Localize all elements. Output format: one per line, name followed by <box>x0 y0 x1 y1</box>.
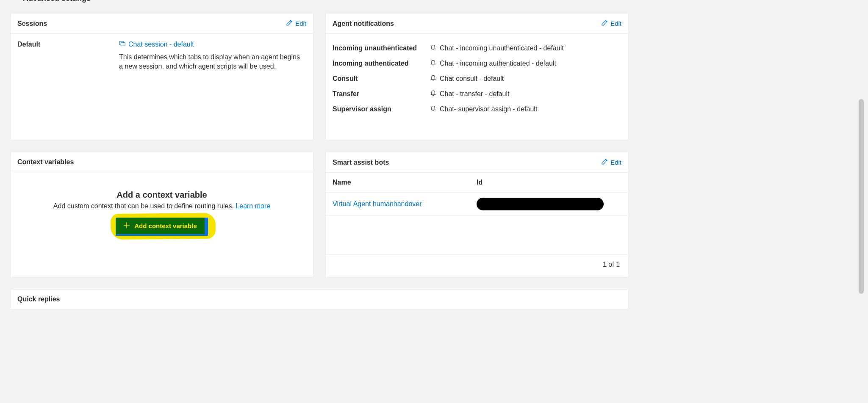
sessions-edit-button[interactable]: Edit <box>286 19 306 28</box>
smart-bot-name-link[interactable]: Virtual Agent humanhandover <box>333 200 477 208</box>
scrollbar-thumb[interactable] <box>859 99 864 294</box>
chevron-down-icon <box>14 0 19 3</box>
context-title: Context variables <box>17 158 74 166</box>
bell-icon <box>430 105 436 113</box>
sessions-description: This determines which tabs to display wh… <box>119 52 305 72</box>
vertical-scrollbar[interactable] <box>859 0 864 309</box>
notification-value: Chat - incoming unauthenticated - defaul… <box>430 44 564 52</box>
notification-value: Chat - transfer - default <box>430 90 510 98</box>
bell-icon <box>430 59 436 68</box>
advanced-settings-label: Advanced settings <box>23 0 91 3</box>
smart-col-id: Id <box>477 179 483 186</box>
sessions-edit-label: Edit <box>295 20 306 27</box>
redacted-id <box>477 198 604 210</box>
advanced-settings-toggle[interactable]: Advanced settings <box>10 0 858 6</box>
pencil-icon <box>601 158 608 166</box>
notification-row: TransferChat - transfer - default <box>333 86 621 102</box>
pencil-icon <box>286 19 293 28</box>
pencil-icon <box>601 19 608 28</box>
notification-row: Incoming authenticatedChat - incoming au… <box>333 56 621 71</box>
bell-icon <box>430 75 436 83</box>
smart-assist-card: Smart assist bots Edit Name Id Virtual A… <box>325 152 629 277</box>
smart-pagination: 1 of 1 <box>326 254 628 277</box>
notification-label: Consult <box>333 75 430 83</box>
quick-replies-card: Quick replies <box>10 289 629 309</box>
smart-table-header: Name Id <box>326 173 628 193</box>
notification-value: Chat - incoming authenticated - default <box>430 59 556 68</box>
notification-label: Incoming unauthenticated <box>333 44 430 52</box>
notification-label: Transfer <box>333 90 430 98</box>
bell-icon <box>430 44 436 52</box>
context-empty-title: Add a context variable <box>116 190 207 200</box>
notifications-edit-label: Edit <box>610 20 621 27</box>
smart-col-name: Name <box>333 179 477 186</box>
sessions-card: Sessions Edit Default Chat session - def… <box>10 13 313 140</box>
smart-edit-label: Edit <box>610 159 621 166</box>
learn-more-link[interactable]: Learn more <box>236 202 270 210</box>
table-row: Virtual Agent humanhandover <box>326 193 628 216</box>
notification-value: Chat consult - default <box>430 75 504 83</box>
agent-notifications-card: Agent notifications Edit Incoming unauth… <box>325 13 629 140</box>
bell-icon <box>430 90 436 98</box>
smart-edit-button[interactable]: Edit <box>601 158 621 166</box>
notification-value: Chat- supervisor assign - default <box>430 105 537 113</box>
notifications-edit-button[interactable]: Edit <box>601 19 621 28</box>
svg-rect-1 <box>121 42 125 46</box>
add-context-variable-button[interactable]: Add context variable <box>116 218 208 236</box>
notifications-title: Agent notifications <box>333 20 394 28</box>
smart-title: Smart assist bots <box>333 159 389 166</box>
context-sub-text: Add custom context that can be used to d… <box>53 202 236 210</box>
sessions-default-label: Default <box>17 41 102 133</box>
notification-label: Supervisor assign <box>333 105 430 113</box>
context-empty-subtitle: Add custom context that can be used to d… <box>53 202 270 210</box>
notification-row: ConsultChat consult - default <box>333 71 621 86</box>
quick-replies-title: Quick replies <box>11 290 628 309</box>
notification-row: Supervisor assignChat- supervisor assign… <box>333 102 621 117</box>
notification-row: Incoming unauthenticatedChat - incoming … <box>333 41 621 56</box>
chat-session-icon <box>119 41 126 48</box>
notification-label: Incoming authenticated <box>333 60 430 67</box>
sessions-title: Sessions <box>17 20 47 28</box>
chat-session-link-text: Chat session - default <box>128 41 194 48</box>
chat-session-link[interactable]: Chat session - default <box>119 41 194 48</box>
plus-icon <box>123 222 130 230</box>
context-variables-card: Context variables Add a context variable… <box>10 152 313 277</box>
add-context-button-label: Add context variable <box>134 222 197 229</box>
